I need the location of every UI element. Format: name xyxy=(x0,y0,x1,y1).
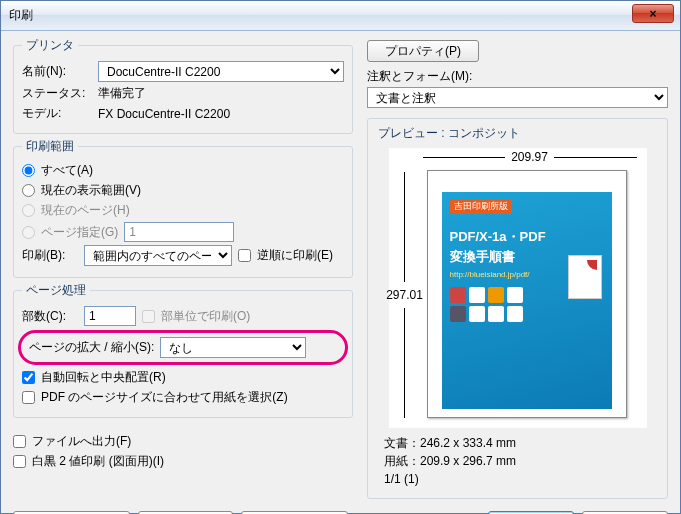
range-legend: 印刷範囲 xyxy=(22,138,78,155)
copies-input[interactable] xyxy=(84,306,136,326)
preview-doc: 吉田印刷所版 PDF/X-1a・PDF 変換手順書 http://blueisl… xyxy=(442,179,612,409)
status-label: ステータス: xyxy=(22,85,92,102)
model-label: モデル: xyxy=(22,105,92,122)
close-icon[interactable]: × xyxy=(632,4,674,23)
autorotate-check[interactable]: 自動回転と中央配置(R) xyxy=(22,369,166,386)
comments-form-select[interactable]: 文書と注釈 xyxy=(367,87,668,108)
properties-button[interactable]: プロパティ(P) xyxy=(367,40,479,62)
model-value: FX DocuCentre-II C2200 xyxy=(98,107,230,121)
status-value: 準備完了 xyxy=(98,85,146,102)
scaling-select[interactable]: なし xyxy=(160,337,306,358)
printer-group: プリンタ 名前(N): DocuCentre-II C2200 ステータス:準備… xyxy=(13,37,353,134)
range-pages-input xyxy=(124,222,234,242)
subset-label: 印刷(B): xyxy=(22,247,78,264)
footer: 印刷のヒント(T) 詳細設定(D) 注釈の一覧(U) OK キャンセル xyxy=(1,507,680,514)
collate-check: 部単位で印刷(O) xyxy=(142,308,250,325)
copies-label: 部数(C): xyxy=(22,308,78,325)
range-current[interactable]: 現在のページ(H) xyxy=(22,202,130,219)
scaling-label: ページの拡大 / 縮小(S): xyxy=(29,339,154,356)
range-pages[interactable]: ページ指定(G) xyxy=(22,224,118,241)
preview-group: プレビュー : コンポジット 209.97 297.01 吉田印刷所版 PDF/… xyxy=(367,118,668,499)
range-all[interactable]: すべて(A) xyxy=(22,162,93,179)
preview-page: 吉田印刷所版 PDF/X-1a・PDF 変換手順書 http://blueisl… xyxy=(427,170,627,418)
dim-width: 209.97 xyxy=(423,150,637,164)
range-view[interactable]: 現在の表示範囲(V) xyxy=(22,182,141,199)
range-group: 印刷範囲 すべて(A) 現在の表示範囲(V) 現在のページ(H) ページ指定(G… xyxy=(13,138,353,278)
scaling-highlight: ページの拡大 / 縮小(S): なし xyxy=(18,330,348,365)
handling-legend: ページ処理 xyxy=(22,282,90,299)
reverse-check[interactable]: 逆順に印刷(E) xyxy=(238,247,333,264)
subset-select[interactable]: 範囲内のすべてのページ xyxy=(84,245,232,266)
window-title: 印刷 xyxy=(9,7,33,24)
duplex-check[interactable]: 白黒 2 値印刷 (図面用)(I) xyxy=(13,453,164,470)
name-label: 名前(N): xyxy=(22,63,92,80)
tofile-check[interactable]: ファイルへ出力(F) xyxy=(13,433,131,450)
print-dialog: 印刷 × プリンタ 名前(N): DocuCentre-II C2200 ステー… xyxy=(0,0,681,514)
preview-title: プレビュー : コンポジット xyxy=(378,125,657,142)
handling-group: ページ処理 部数(C): 部単位で印刷(O) ページの拡大 / 縮小(S): な… xyxy=(13,282,353,418)
preview-area: 209.97 297.01 吉田印刷所版 PDF/X-1a・PDF 変換手順書 … xyxy=(389,148,647,428)
printer-legend: プリンタ xyxy=(22,37,78,54)
preview-info: 文書：246.2 x 333.4 mm 用紙：209.9 x 296.7 mm … xyxy=(384,434,657,488)
choosepaper-check[interactable]: PDF のページサイズに合わせて用紙を選択(Z) xyxy=(22,389,288,406)
pdf-icon xyxy=(568,255,602,299)
printer-name-select[interactable]: DocuCentre-II C2200 xyxy=(98,61,344,82)
titlebar: 印刷 × xyxy=(1,1,680,31)
comments-form-label: 注釈とフォーム(M): xyxy=(367,68,472,85)
dim-height: 297.01 xyxy=(389,172,421,418)
